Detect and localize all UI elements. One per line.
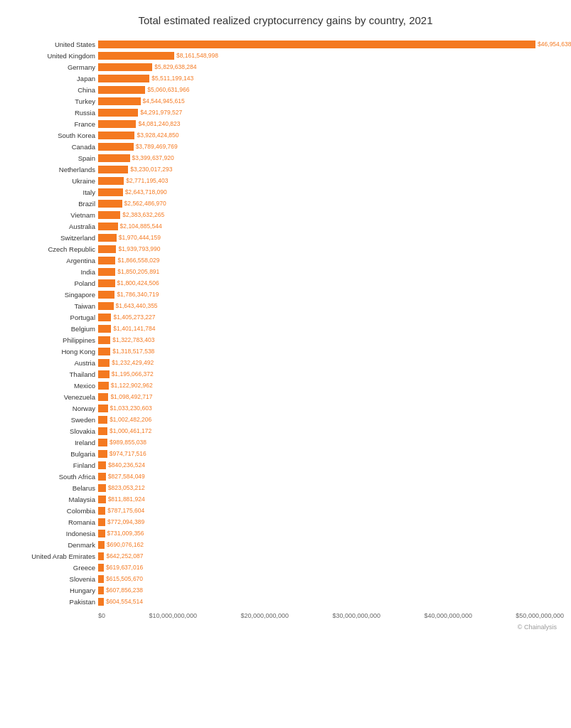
bar-row: United States$46,954,638,766 xyxy=(7,39,564,49)
country-label: Japan xyxy=(7,75,98,82)
country-label: United Kingdom xyxy=(7,52,98,60)
bar-value-label: $1,318,517,538 xyxy=(112,348,154,355)
bar-row: Indonesia$731,009,356 xyxy=(7,528,564,538)
bar-value-label: $1,405,273,227 xyxy=(113,314,155,321)
country-label: Spain xyxy=(7,154,98,162)
bar-row: Slovakia$1,000,461,172 xyxy=(7,426,564,436)
bar-container: $8,161,548,998 xyxy=(98,50,564,60)
x-axis-label: $10,000,000,000 xyxy=(149,612,197,619)
bar xyxy=(98,370,110,378)
bar xyxy=(98,359,110,367)
bar-value-label: $619,637,016 xyxy=(106,564,143,571)
country-label: Netherlands xyxy=(7,166,98,173)
x-axis: $0$10,000,000,000$20,000,000,000$30,000,… xyxy=(7,612,564,619)
bar-value-label: $1,322,783,403 xyxy=(112,336,154,343)
x-axis-label: $30,000,000,000 xyxy=(332,612,380,619)
country-label: Australia xyxy=(7,223,98,230)
bar xyxy=(98,552,104,560)
country-label: Bulgaria xyxy=(7,450,98,458)
country-label: Poland xyxy=(7,279,98,287)
country-label: Belgium xyxy=(7,325,98,333)
bar-value-label: $3,789,469,769 xyxy=(136,143,178,150)
bar-value-label: $615,505,670 xyxy=(106,575,143,582)
bar-value-label: $1,970,444,159 xyxy=(119,234,161,241)
bar-row: Portugal$1,405,273,227 xyxy=(7,312,564,322)
bar-value-label: $1,850,205,891 xyxy=(117,268,159,275)
bar-value-label: $690,076,162 xyxy=(107,541,144,548)
bar xyxy=(98,336,110,344)
bar-container: $3,789,469,769 xyxy=(98,141,564,151)
bar-chart: United States$46,954,638,766United Kingd… xyxy=(7,39,564,608)
bar-row: Thailand$1,195,066,372 xyxy=(7,369,564,379)
bar-container: $772,094,389 xyxy=(98,517,564,527)
country-label: Slovakia xyxy=(7,427,98,435)
bar xyxy=(98,393,108,401)
bar-container: $2,771,195,403 xyxy=(98,176,564,186)
bar-row: China$5,060,631,966 xyxy=(7,85,564,95)
country-label: Thailand xyxy=(7,370,98,378)
bar-row: United Arab Emirates$642,252,087 xyxy=(7,551,564,561)
bar-row: Vietnam$2,383,632,265 xyxy=(7,210,564,220)
bar xyxy=(98,109,138,117)
bar xyxy=(98,325,111,333)
bar-container: $3,928,424,850 xyxy=(98,130,564,140)
bar-row: Japan$5,511,199,143 xyxy=(7,73,564,83)
bar xyxy=(98,97,141,105)
bar-container: $1,970,444,159 xyxy=(98,232,564,242)
bar-value-label: $4,081,240,823 xyxy=(138,120,180,127)
bar-container: $1,322,783,403 xyxy=(98,335,564,345)
bar-row: Pakistan$604,554,514 xyxy=(7,596,564,606)
country-label: South Africa xyxy=(7,473,98,481)
country-label: Denmark xyxy=(7,541,98,549)
bar-value-label: $5,829,638,284 xyxy=(154,63,196,70)
watermark: © Chainalysis xyxy=(7,623,564,631)
country-label: Vietnam xyxy=(7,211,98,219)
bar-row: Brazil$2,562,486,970 xyxy=(7,198,564,208)
country-label: Italy xyxy=(7,188,98,196)
bar-container: $642,252,087 xyxy=(98,551,564,561)
bar-value-label: $604,554,514 xyxy=(106,598,143,605)
bar-container: $1,098,492,717 xyxy=(98,392,564,402)
bar xyxy=(98,575,104,583)
bar xyxy=(98,507,105,515)
bar-row: Hungary$607,856,238 xyxy=(7,585,564,595)
bar-row: Philippines$1,322,783,403 xyxy=(7,335,564,345)
bar-value-label: $8,161,548,998 xyxy=(176,52,218,59)
bar-value-label: $1,033,230,603 xyxy=(110,405,152,412)
bar-container: $823,053,212 xyxy=(98,483,564,493)
bar-container: $1,232,429,492 xyxy=(98,358,564,368)
bar-value-label: $1,000,461,172 xyxy=(110,427,151,434)
bar-row: South Africa$827,584,049 xyxy=(7,471,564,481)
country-label: Czech Republic xyxy=(7,245,98,253)
bar-row: Colombia$787,175,604 xyxy=(7,505,564,515)
country-label: Germany xyxy=(7,63,98,71)
bar-row: Russia$4,291,979,527 xyxy=(7,107,564,117)
bar-container: $1,000,461,172 xyxy=(98,426,564,436)
bar-value-label: $3,230,017,293 xyxy=(130,166,172,173)
country-label: Russia xyxy=(7,109,98,117)
bar xyxy=(98,63,152,71)
bar-container: $690,076,162 xyxy=(98,540,564,550)
bar-row: Venezuela$1,098,492,717 xyxy=(7,392,564,402)
bar-row: United Kingdom$8,161,548,998 xyxy=(7,50,564,60)
country-label: Argentina xyxy=(7,257,98,264)
bar-value-label: $2,104,885,544 xyxy=(120,223,162,230)
country-label: Hungary xyxy=(7,587,98,594)
bar-container: $1,866,558,029 xyxy=(98,255,564,265)
bar-row: South Korea$3,928,424,850 xyxy=(7,130,564,140)
bar-container: $840,236,524 xyxy=(98,460,564,470)
country-label: Belarus xyxy=(7,484,98,492)
bar-value-label: $1,232,429,492 xyxy=(112,359,154,366)
bar-container: $1,405,273,227 xyxy=(98,312,564,322)
bar xyxy=(98,177,124,185)
bar xyxy=(98,268,115,276)
bar-value-label: $811,881,924 xyxy=(108,496,145,503)
bar-value-label: $3,928,424,850 xyxy=(137,132,178,139)
bar xyxy=(98,416,107,424)
country-label: Hong Kong xyxy=(7,348,98,355)
bar-value-label: $1,866,558,029 xyxy=(117,257,159,264)
bar-value-label: $5,511,199,143 xyxy=(151,75,193,82)
bar-container: $2,643,718,090 xyxy=(98,187,564,197)
bar-row: Italy$2,643,718,090 xyxy=(7,187,564,197)
bar-row: Poland$1,800,424,506 xyxy=(7,278,564,288)
